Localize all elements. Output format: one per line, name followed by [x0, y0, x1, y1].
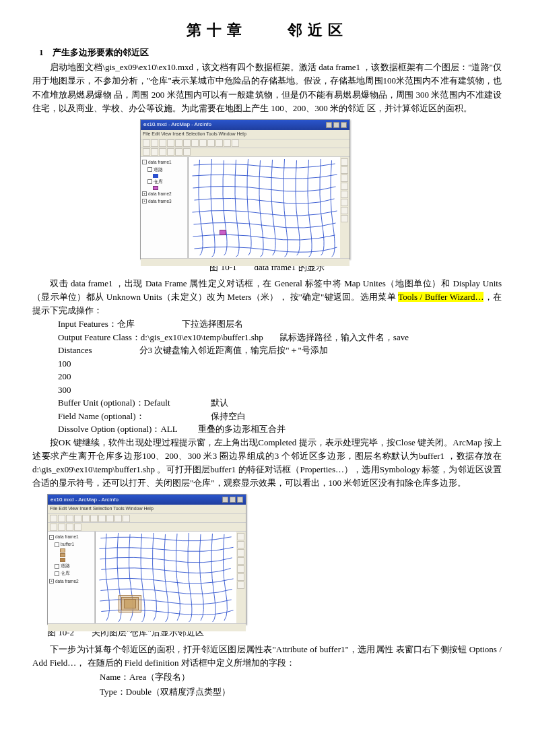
tool-icon: [143, 139, 150, 147]
status-bar: [48, 623, 246, 631]
buffer-symbol-icon: [60, 553, 65, 557]
tool-icon: [199, 139, 207, 147]
checkbox-icon: [55, 542, 59, 547]
buffer-symbol-icon: [60, 548, 65, 553]
spec-buffer-unit: Buffer Unit (optional)：Default: [58, 398, 170, 408]
toc-df2: data frame2: [148, 191, 172, 197]
toc-df1: data frame1: [148, 159, 172, 166]
toc-layer-warehouse: 仓库: [61, 570, 70, 577]
checkbox-icon: [55, 564, 59, 569]
spec-distances-note: 分3 次键盘输入邻近距离值，输完后按"＋"号添加: [139, 345, 328, 355]
toc-panel: -data frame1 buffer1 道路 仓库 +data frame2: [48, 532, 95, 623]
close-icon: [237, 497, 243, 503]
checkbox-icon: [147, 167, 152, 172]
expand-icon: +: [49, 579, 54, 584]
spec-input-features: Input Features：仓库: [58, 319, 135, 329]
highlight-menu-path: Tools / Buffer Wizard…: [398, 292, 483, 302]
spec-distance-300: 300: [58, 383, 502, 397]
tool-icon: [341, 166, 348, 174]
status-bar: [141, 258, 349, 266]
window-titlebar: ex10.mxd - ArcMap - ArcInfo: [141, 120, 349, 130]
toolbar-row-1: [141, 139, 349, 148]
toc-df1: data frame1: [55, 534, 79, 540]
toc-layer-road: 道路: [154, 166, 163, 173]
tool-icon: [175, 148, 182, 156]
tool-icon: [50, 524, 57, 531]
tool-icon: [207, 139, 215, 147]
menu-bar: File Edit View Insert Selection Tools Wi…: [141, 130, 349, 139]
road-symbol-icon: [153, 174, 158, 178]
chapter-title: 第十章 邻近区: [32, 19, 502, 42]
tool-icon: [341, 191, 348, 198]
field-type: Type：Double（双精度浮点类型）: [100, 685, 502, 699]
tool-icon: [66, 515, 73, 522]
tool-icon: [159, 139, 166, 147]
toc-layer-road: 道路: [61, 563, 70, 569]
tool-icon: [151, 148, 158, 156]
figure-2-window: ex10.mxd - ArcMap - ArcInfo File Edit Vi…: [47, 494, 246, 625]
tool-icon: [341, 158, 348, 166]
tool-icon: [341, 199, 348, 206]
tool-icon: [66, 524, 73, 531]
buffer-symbol-icon: [60, 558, 65, 562]
toc-panel: -data frame1 道路 仓库 +data frame2 +data fr…: [141, 157, 188, 258]
tool-icon: [167, 139, 174, 147]
app-body: -data frame1 道路 仓库 +data frame2 +data fr…: [141, 157, 349, 258]
tool-icon: [98, 515, 106, 522]
tool-icon: [114, 515, 122, 522]
buffer-ring-100: [124, 599, 136, 608]
tool-icon: [232, 139, 239, 147]
spec-dissolve: Dissolve Option (optional)：ALL: [58, 424, 178, 434]
window-titlebar: ex10.mxd - ArcMap - ArcInfo: [48, 495, 246, 505]
spec-buffer-unit-note: 默认: [211, 398, 228, 408]
tool-icon: [106, 515, 114, 522]
tool-icon: [143, 148, 150, 156]
tool-icon: [82, 515, 90, 522]
checkbox-icon: [147, 179, 152, 184]
spec-field-name: Field Name (optional)：: [58, 411, 145, 421]
tool-icon: [167, 148, 174, 156]
tool-icon: [237, 549, 244, 557]
minimize-icon: [222, 497, 228, 503]
tool-icon: [90, 515, 98, 522]
road-network-icon: [96, 532, 236, 623]
tool-icon: [50, 515, 57, 522]
right-toolbar: [236, 532, 246, 623]
tool-icon: [123, 515, 130, 522]
tool-icon: [237, 565, 244, 573]
expand-icon: +: [142, 191, 147, 196]
paragraph-2: 双击 data frame1 ，出现 Data Frame 属性定义对话框，在 …: [32, 277, 502, 317]
maximize-icon: [230, 497, 236, 503]
window-title-text: ex10.mxd - ArcMap - ArcInfo: [51, 496, 119, 504]
expand-icon: +: [142, 199, 147, 203]
menu-bar: File Edit View Insert Selection Tools Wi…: [48, 505, 246, 514]
tool-icon: [237, 581, 244, 589]
field-name: Name：Area（字段名）: [100, 670, 502, 685]
maximize-icon: [333, 122, 339, 128]
tool-icon: [237, 533, 244, 540]
warehouse-symbol-icon: [153, 186, 158, 190]
paragraph-3: 按OK 键继续，软件出现处理过程提示窗，左上角出现Completed 提示，表示…: [32, 436, 502, 491]
tool-icon: [341, 207, 348, 214]
toolbar-row-2: [48, 523, 246, 532]
tool-icon: [341, 183, 348, 190]
tool-icon: [215, 139, 223, 147]
toolbar-row-2: [141, 148, 349, 157]
spec-input-features-note: 下拉选择图层名: [182, 319, 243, 329]
tool-icon: [341, 215, 348, 222]
spec-distance-200: 200: [58, 370, 502, 383]
spec-field-name-note: 保持空白: [211, 411, 246, 421]
tool-icon: [175, 139, 182, 147]
field-block: Name：Area（字段名） Type：Double（双精度浮点类型）: [100, 670, 502, 699]
figure-1-window: ex10.mxd - ArcMap - ArcInfo File Edit Vi…: [140, 119, 350, 259]
minimize-icon: [326, 122, 332, 128]
map-canvas: [188, 157, 340, 258]
figure-1-container: ex10.mxd - ArcMap - ArcInfo File Edit Vi…: [32, 119, 502, 259]
spec-distance-100: 100: [58, 357, 502, 371]
tool-icon: [224, 139, 231, 147]
tool-icon: [74, 515, 81, 522]
tool-icon: [159, 148, 166, 156]
toc-df2: data frame2: [55, 578, 79, 585]
tool-icon: [183, 148, 191, 156]
spec-output-class-note: 鼠标选择路径，输入文件名，save: [279, 332, 409, 342]
